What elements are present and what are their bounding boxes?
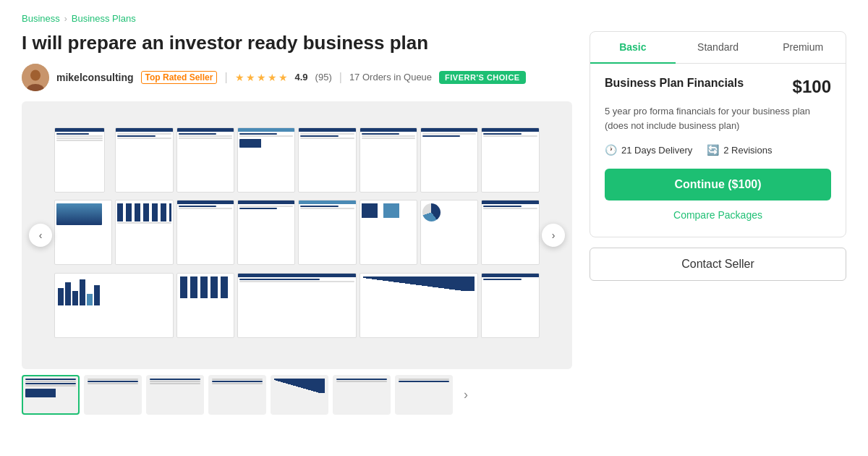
doc-thumb	[54, 127, 105, 193]
seller-row: mikelconsulting Top Rated Seller | ★★★★★…	[22, 64, 572, 91]
package-description: 5 year pro forma financials for your bus…	[605, 104, 831, 132]
top-rated-badge: Top Rated Seller	[141, 71, 218, 84]
doc-thumb	[176, 127, 234, 193]
orders-queue: 17 Orders in Queue	[349, 72, 432, 83]
doc-thumb	[420, 127, 478, 193]
main-gallery: ‹ ›	[22, 101, 572, 369]
breadcrumb-plans[interactable]: Business Plans	[72, 13, 136, 24]
avatar	[22, 64, 49, 91]
thumbnail-3[interactable]	[146, 375, 204, 415]
compare-packages-link[interactable]: Compare Packages	[605, 209, 831, 224]
doc-thumb	[481, 200, 539, 265]
revisions-count: 2 Revisions	[723, 145, 772, 156]
next-arrow[interactable]: ›	[542, 224, 565, 247]
doc-thumb	[298, 200, 356, 265]
page-title: I will prepare an investor ready busines…	[22, 31, 572, 55]
thumbnail-4[interactable]	[208, 375, 266, 415]
thumbnail-1[interactable]	[22, 375, 80, 415]
doc-thumb	[420, 200, 478, 265]
package-name: Business Plan Financials	[605, 77, 744, 90]
doc-thumb	[359, 200, 417, 265]
doc-thumb	[359, 127, 417, 193]
doc-thumb	[237, 273, 357, 338]
revision-icon: 🔄	[707, 144, 719, 156]
doc-thumb	[481, 127, 539, 193]
doc-thumb	[54, 273, 174, 338]
delivery-days: 21 Days Delivery	[621, 145, 692, 156]
doc-thumb	[54, 200, 112, 265]
thumbnail-row: ›	[22, 375, 572, 415]
breadcrumb-separator: ›	[64, 14, 67, 24]
doc-thumb	[176, 200, 234, 265]
tab-standard[interactable]: Standard	[676, 32, 761, 64]
doc-thumb	[115, 200, 173, 265]
pricing-card: Basic Standard Premium Business Plan Fin…	[590, 31, 846, 237]
delivery-info: 🕐 21 Days Delivery 🔄 2 Revisions	[605, 144, 831, 156]
fiverrs-choice-badge: FIVERR'S CHOICE	[439, 71, 526, 84]
thumbnails-more[interactable]: ›	[457, 387, 475, 402]
contact-seller-button[interactable]: Contact Seller	[590, 248, 846, 281]
doc-thumb	[298, 127, 356, 193]
doc-thumb	[237, 200, 295, 265]
thumbnail-5[interactable]	[271, 375, 328, 415]
thumbnail-2[interactable]	[84, 375, 142, 415]
package-price: $100	[793, 77, 831, 97]
clock-icon: 🕐	[605, 144, 617, 156]
prev-arrow[interactable]: ‹	[29, 224, 52, 247]
seller-name[interactable]: mikelconsulting	[56, 72, 134, 83]
package-tabs: Basic Standard Premium	[590, 32, 846, 64]
doc-thumb	[481, 273, 539, 338]
doc-thumb	[237, 127, 295, 193]
reviews-count: (95)	[315, 72, 332, 83]
breadcrumb-business[interactable]: Business	[22, 13, 60, 24]
svg-point-1	[30, 69, 41, 80]
breadcrumb: Business › Business Plans	[22, 13, 846, 24]
doc-thumb	[115, 127, 173, 193]
thumbnail-7[interactable]	[395, 375, 453, 415]
doc-thumb	[359, 273, 479, 338]
thumbnail-6[interactable]	[333, 375, 391, 415]
tab-basic[interactable]: Basic	[590, 32, 676, 64]
star-rating: ★★★★★	[235, 72, 288, 83]
continue-button[interactable]: Continue ($100)	[605, 169, 831, 200]
tab-premium[interactable]: Premium	[760, 32, 846, 64]
rating-score: 4.9	[295, 72, 308, 83]
document-grid	[54, 127, 540, 342]
doc-thumb	[176, 273, 234, 338]
